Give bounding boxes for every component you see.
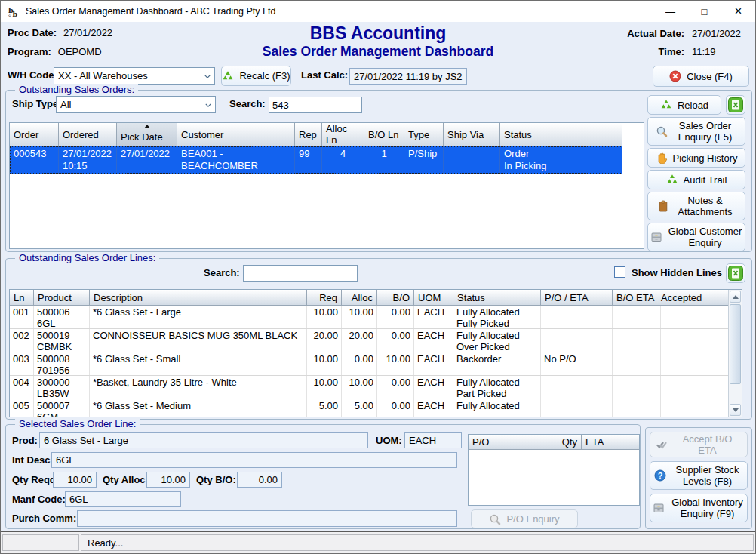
col-ordered[interactable]: Ordered [59,123,117,146]
selected-section-title: Selected Sales Order Line: [15,418,140,429]
col-rep[interactable]: Rep [295,123,322,146]
line-row-2[interactable]: 002 500019CBMBK CONNOISSEUR BASICS MUG 3… [10,329,742,352]
scrollbar-thumb[interactable] [730,304,741,384]
cell-status: Fully AllocatedOver Picked [453,329,541,352]
cell-status: Fully Allocated [453,399,541,417]
col-bo[interactable]: B/O [377,290,414,306]
col-customer[interactable]: Customer [177,123,295,146]
cell-customer: BEA001 -BEACHCOMBER HOTEL [177,146,295,174]
cell-accepted [661,329,730,352]
col-alloc[interactable]: Alloc [342,290,377,306]
col-ln[interactable]: Ln [10,290,34,306]
orders-table: Order Ordered Pick Date Customer Rep All… [9,122,644,249]
scroll-up-button[interactable] [730,291,741,303]
qty-reqd-field: 10.00 [53,472,97,488]
cell-ln: 005 [10,399,34,417]
recycle-icon [222,70,234,82]
cell-product: 500008701956 [34,352,90,375]
cell-description: *6 Glass Set - Small [90,352,307,375]
col-bo-eta[interactable]: B/O ETA [613,290,661,306]
line-row-1[interactable]: 001 5000066GL *6 Glass Set - Large 10.00… [10,306,742,329]
cell-ln: 002 [10,329,34,352]
cell-po-eta [541,376,613,399]
col-product[interactable]: Product [34,290,90,306]
accept-bo-eta-button[interactable]: Accept B/O ETA [650,432,748,457]
col-po-qty[interactable]: Qty [536,435,582,450]
warehouse-select[interactable]: XX - All Warehouses [54,67,215,85]
col-uom[interactable]: UOM [414,290,453,306]
header: Proc Date: 27/01/2022 Program: OEPOMD BB… [1,22,755,88]
lines-export-excel-button[interactable] [726,263,745,283]
col-po-eta[interactable]: ETA [582,435,639,450]
sales-order-enquiry-button[interactable]: Sales Order Enquiry (F5) [647,117,745,146]
cell-alloc: 0.00 [342,352,377,375]
cell-rep: 99 [295,146,322,174]
po-enquiry-button[interactable]: P/O Enquiry [471,509,578,528]
line-row-5[interactable]: 005 5000076GM *6 Glass Set - Medium 5.00… [10,399,742,417]
excel-icon [728,97,743,112]
col-type[interactable]: Type [404,123,444,146]
close-red-icon [669,70,681,82]
recycle-icon [666,174,678,186]
col-po-eta[interactable]: P/O / ETA [541,290,613,306]
col-description[interactable]: Description [90,290,307,306]
status-segment-left [2,534,79,551]
col-accepted[interactable]: Accepted [661,290,730,306]
scroll-down-button[interactable] [730,404,741,416]
lines-section: Outstanding Sales Order Lines: Search: S… [5,258,752,420]
cell-description: CONNOISSEUR BASICS MUG 350ML BLACK [90,329,307,352]
close-f4-button[interactable]: Close (F4) [653,66,749,87]
global-customer-enquiry-button[interactable]: Global Customer Enquiry [647,223,745,251]
cell-status: Backorder [453,352,541,375]
col-alloc-ln[interactable]: Alloc Ln [322,123,364,146]
cell-product: 300000LB35W [34,376,90,399]
col-po[interactable]: P/O [469,435,536,450]
int-desc-label: Int Desc: [12,454,54,466]
double-check-icon [656,439,668,451]
qty-bo-field: 0.00 [237,472,282,488]
picking-history-button[interactable]: Picking History [647,148,745,168]
cell-bo: 10.00 [377,352,414,375]
orders-search-input[interactable] [269,97,362,113]
col-bo-ln[interactable]: B/O Ln [364,123,404,146]
col-order[interactable]: Order [10,123,59,146]
header-right: Actual Date: 27/01/2022 Time: 11:19 [627,28,748,57]
ship-type-select[interactable]: All [56,96,216,113]
col-line-status[interactable]: Status [453,290,541,306]
magnifier-icon [656,125,668,137]
col-req[interactable]: Req [307,290,342,306]
line-row-3[interactable]: 003 500008701956 *6 Glass Set - Small 10… [10,352,742,376]
line-row-4[interactable]: 004 300000LB35W *Basket, Laundry 35 Litr… [10,376,742,399]
reload-button[interactable]: Reload [647,95,721,115]
cell-accepted [661,306,730,328]
purch-comm-label: Purch Comm: [12,512,76,524]
orders-table-header: Order Ordered Pick Date Customer Rep All… [10,123,644,146]
show-hidden-checkbox[interactable] [614,266,625,278]
col-pick-date[interactable]: Pick Date [117,123,177,146]
recalc-button[interactable]: Recalc (F3) [221,66,291,86]
col-ship-via[interactable]: Ship Via [444,123,500,146]
window-close-button[interactable]: × [721,1,755,22]
cell-ln: 004 [10,376,34,399]
cell-req: 20.00 [307,329,342,352]
supplier-stock-levels-button[interactable]: Supplier Stock Levels (F8) [650,461,748,490]
global-inventory-enquiry-button[interactable]: Global Inventory Enquiry (F9) [650,494,748,522]
order-row[interactable]: 000543 27/01/202210:15 27/01/2022 BEA001… [10,146,622,174]
title-bar: Sales Order Management Dashboard - ABC T… [1,1,755,22]
cell-product: 5000066GL [34,306,90,328]
orders-buttons: Reload Sales Order Enquiry (F5) Picking … [647,95,745,251]
minimize-button[interactable]: — [653,1,687,22]
audit-trail-button[interactable]: Audit Trail [647,170,745,189]
cabinet-icon [650,231,662,243]
selected-line-section: Selected Sales Order Line: Prod: 6 Glass… [5,424,641,529]
col-status[interactable]: Status [500,123,622,146]
lines-scrollbar[interactable] [728,290,742,417]
maximize-button[interactable]: □ [687,1,721,22]
last-calc-label: Last Calc: [301,69,348,81]
time-label: Time: [627,46,684,57]
arrow-up-icon [733,295,739,299]
notes-attachments-button[interactable]: Notes & Attachments [647,192,745,220]
lines-search-input[interactable] [243,265,358,282]
cabinet-icon [653,502,665,514]
export-excel-button[interactable] [726,95,745,115]
